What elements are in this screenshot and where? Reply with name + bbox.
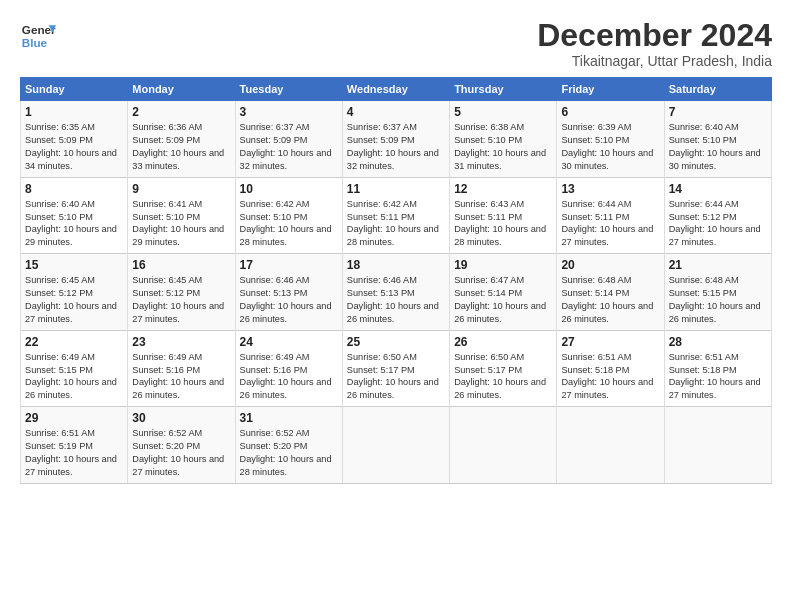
day-info: Sunrise: 6:42 AMSunset: 5:11 PMDaylight:… (347, 198, 445, 250)
calendar-cell: 6Sunrise: 6:39 AMSunset: 5:10 PMDaylight… (557, 101, 664, 178)
day-number: 29 (25, 411, 123, 425)
calendar-cell: 19Sunrise: 6:47 AMSunset: 5:14 PMDayligh… (450, 254, 557, 331)
day-info: Sunrise: 6:52 AMSunset: 5:20 PMDaylight:… (132, 427, 230, 479)
calendar-cell: 31Sunrise: 6:52 AMSunset: 5:20 PMDayligh… (235, 407, 342, 484)
day-info: Sunrise: 6:50 AMSunset: 5:17 PMDaylight:… (347, 351, 445, 403)
header-day-saturday: Saturday (664, 78, 771, 101)
day-number: 12 (454, 182, 552, 196)
logo-icon: General Blue (20, 18, 56, 54)
calendar-cell: 2Sunrise: 6:36 AMSunset: 5:09 PMDaylight… (128, 101, 235, 178)
calendar-cell: 4Sunrise: 6:37 AMSunset: 5:09 PMDaylight… (342, 101, 449, 178)
day-number: 6 (561, 105, 659, 119)
day-number: 10 (240, 182, 338, 196)
calendar-table: SundayMondayTuesdayWednesdayThursdayFrid… (20, 77, 772, 484)
header-day-sunday: Sunday (21, 78, 128, 101)
day-info: Sunrise: 6:36 AMSunset: 5:09 PMDaylight:… (132, 121, 230, 173)
location-title: Tikaitnagar, Uttar Pradesh, India (537, 53, 772, 69)
day-info: Sunrise: 6:48 AMSunset: 5:14 PMDaylight:… (561, 274, 659, 326)
calendar-cell: 5Sunrise: 6:38 AMSunset: 5:10 PMDaylight… (450, 101, 557, 178)
calendar-cell: 30Sunrise: 6:52 AMSunset: 5:20 PMDayligh… (128, 407, 235, 484)
svg-text:Blue: Blue (22, 36, 48, 49)
page: General Blue December 2024 Tikaitnagar, … (0, 0, 792, 494)
header-day-tuesday: Tuesday (235, 78, 342, 101)
calendar-cell: 29Sunrise: 6:51 AMSunset: 5:19 PMDayligh… (21, 407, 128, 484)
day-info: Sunrise: 6:40 AMSunset: 5:10 PMDaylight:… (669, 121, 767, 173)
calendar-cell (664, 407, 771, 484)
calendar-cell: 14Sunrise: 6:44 AMSunset: 5:12 PMDayligh… (664, 177, 771, 254)
header: General Blue December 2024 Tikaitnagar, … (20, 18, 772, 69)
calendar-cell: 9Sunrise: 6:41 AMSunset: 5:10 PMDaylight… (128, 177, 235, 254)
calendar-week-row: 1Sunrise: 6:35 AMSunset: 5:09 PMDaylight… (21, 101, 772, 178)
header-day-friday: Friday (557, 78, 664, 101)
day-info: Sunrise: 6:45 AMSunset: 5:12 PMDaylight:… (132, 274, 230, 326)
day-number: 18 (347, 258, 445, 272)
calendar-cell: 23Sunrise: 6:49 AMSunset: 5:16 PMDayligh… (128, 330, 235, 407)
day-number: 9 (132, 182, 230, 196)
day-number: 22 (25, 335, 123, 349)
calendar-week-row: 15Sunrise: 6:45 AMSunset: 5:12 PMDayligh… (21, 254, 772, 331)
day-number: 30 (132, 411, 230, 425)
day-number: 13 (561, 182, 659, 196)
calendar-cell (450, 407, 557, 484)
calendar-cell: 8Sunrise: 6:40 AMSunset: 5:10 PMDaylight… (21, 177, 128, 254)
day-info: Sunrise: 6:49 AMSunset: 5:15 PMDaylight:… (25, 351, 123, 403)
calendar-cell: 1Sunrise: 6:35 AMSunset: 5:09 PMDaylight… (21, 101, 128, 178)
day-number: 3 (240, 105, 338, 119)
calendar-cell: 13Sunrise: 6:44 AMSunset: 5:11 PMDayligh… (557, 177, 664, 254)
day-info: Sunrise: 6:38 AMSunset: 5:10 PMDaylight:… (454, 121, 552, 173)
day-info: Sunrise: 6:50 AMSunset: 5:17 PMDaylight:… (454, 351, 552, 403)
day-info: Sunrise: 6:37 AMSunset: 5:09 PMDaylight:… (347, 121, 445, 173)
day-number: 25 (347, 335, 445, 349)
day-info: Sunrise: 6:47 AMSunset: 5:14 PMDaylight:… (454, 274, 552, 326)
calendar-cell (342, 407, 449, 484)
calendar-cell: 10Sunrise: 6:42 AMSunset: 5:10 PMDayligh… (235, 177, 342, 254)
calendar-cell: 15Sunrise: 6:45 AMSunset: 5:12 PMDayligh… (21, 254, 128, 331)
calendar-week-row: 22Sunrise: 6:49 AMSunset: 5:15 PMDayligh… (21, 330, 772, 407)
calendar-week-row: 8Sunrise: 6:40 AMSunset: 5:10 PMDaylight… (21, 177, 772, 254)
calendar-cell: 21Sunrise: 6:48 AMSunset: 5:15 PMDayligh… (664, 254, 771, 331)
svg-text:General: General (22, 23, 56, 36)
title-area: December 2024 Tikaitnagar, Uttar Pradesh… (537, 18, 772, 69)
calendar-week-row: 29Sunrise: 6:51 AMSunset: 5:19 PMDayligh… (21, 407, 772, 484)
calendar-cell: 12Sunrise: 6:43 AMSunset: 5:11 PMDayligh… (450, 177, 557, 254)
day-info: Sunrise: 6:43 AMSunset: 5:11 PMDaylight:… (454, 198, 552, 250)
day-info: Sunrise: 6:51 AMSunset: 5:19 PMDaylight:… (25, 427, 123, 479)
day-info: Sunrise: 6:49 AMSunset: 5:16 PMDaylight:… (132, 351, 230, 403)
calendar-cell: 28Sunrise: 6:51 AMSunset: 5:18 PMDayligh… (664, 330, 771, 407)
day-number: 31 (240, 411, 338, 425)
day-number: 5 (454, 105, 552, 119)
day-number: 14 (669, 182, 767, 196)
day-info: Sunrise: 6:49 AMSunset: 5:16 PMDaylight:… (240, 351, 338, 403)
day-number: 1 (25, 105, 123, 119)
day-number: 23 (132, 335, 230, 349)
calendar-cell: 18Sunrise: 6:46 AMSunset: 5:13 PMDayligh… (342, 254, 449, 331)
day-info: Sunrise: 6:51 AMSunset: 5:18 PMDaylight:… (669, 351, 767, 403)
header-day-wednesday: Wednesday (342, 78, 449, 101)
day-number: 24 (240, 335, 338, 349)
day-info: Sunrise: 6:35 AMSunset: 5:09 PMDaylight:… (25, 121, 123, 173)
calendar-cell: 27Sunrise: 6:51 AMSunset: 5:18 PMDayligh… (557, 330, 664, 407)
day-number: 16 (132, 258, 230, 272)
day-info: Sunrise: 6:44 AMSunset: 5:12 PMDaylight:… (669, 198, 767, 250)
day-info: Sunrise: 6:52 AMSunset: 5:20 PMDaylight:… (240, 427, 338, 479)
header-day-thursday: Thursday (450, 78, 557, 101)
calendar-cell: 26Sunrise: 6:50 AMSunset: 5:17 PMDayligh… (450, 330, 557, 407)
logo: General Blue (20, 18, 56, 54)
day-number: 17 (240, 258, 338, 272)
day-info: Sunrise: 6:41 AMSunset: 5:10 PMDaylight:… (132, 198, 230, 250)
calendar-cell: 25Sunrise: 6:50 AMSunset: 5:17 PMDayligh… (342, 330, 449, 407)
calendar-cell: 17Sunrise: 6:46 AMSunset: 5:13 PMDayligh… (235, 254, 342, 331)
day-number: 7 (669, 105, 767, 119)
calendar-cell: 3Sunrise: 6:37 AMSunset: 5:09 PMDaylight… (235, 101, 342, 178)
day-info: Sunrise: 6:46 AMSunset: 5:13 PMDaylight:… (240, 274, 338, 326)
day-info: Sunrise: 6:45 AMSunset: 5:12 PMDaylight:… (25, 274, 123, 326)
day-number: 26 (454, 335, 552, 349)
day-number: 20 (561, 258, 659, 272)
calendar-header-row: SundayMondayTuesdayWednesdayThursdayFrid… (21, 78, 772, 101)
month-title: December 2024 (537, 18, 772, 53)
day-info: Sunrise: 6:46 AMSunset: 5:13 PMDaylight:… (347, 274, 445, 326)
calendar-cell: 24Sunrise: 6:49 AMSunset: 5:16 PMDayligh… (235, 330, 342, 407)
day-info: Sunrise: 6:39 AMSunset: 5:10 PMDaylight:… (561, 121, 659, 173)
day-number: 21 (669, 258, 767, 272)
day-number: 28 (669, 335, 767, 349)
